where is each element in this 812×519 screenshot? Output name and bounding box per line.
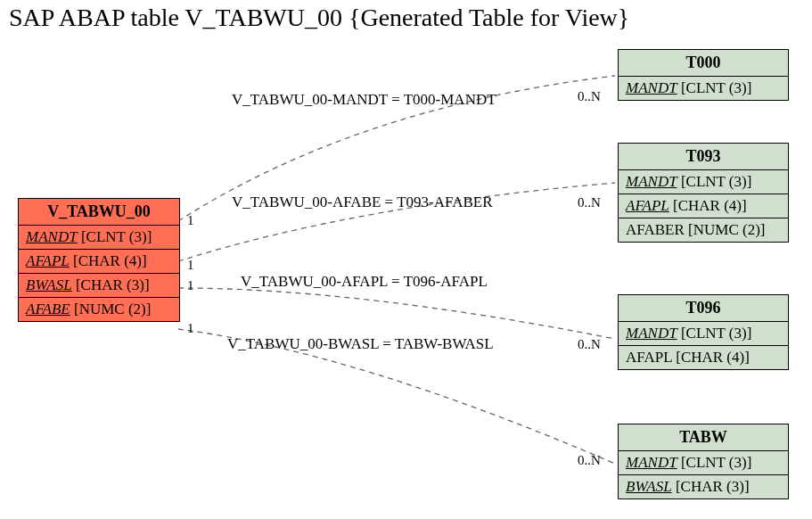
edge-label: V_TABWU_00-AFAPL = T096-AFAPL <box>241 273 488 291</box>
field-row: AFABER [NUMC (2)] <box>619 218 788 242</box>
cardinality-right: 0..N <box>578 195 601 210</box>
cardinality-left: 1 <box>187 258 194 273</box>
field-row: BWASL [CHAR (3)] <box>619 475 788 498</box>
cardinality-right: 0..N <box>578 453 601 468</box>
entity-header: T096 <box>619 295 788 322</box>
field-row: AFAPL [CHAR (4)] <box>619 194 788 218</box>
entity-header: T000 <box>619 50 788 77</box>
diagram-stage: SAP ABAP table V_TABWU_00 {Generated Tab… <box>0 0 812 519</box>
field-row: MANDT [CLNT (3)] <box>619 451 788 475</box>
field-row: AFAPL [CHAR (4)] <box>19 250 179 274</box>
cardinality-right: 0..N <box>578 337 601 352</box>
entity-tabw: TABW MANDT [CLNT (3)] BWASL [CHAR (3)] <box>618 424 789 499</box>
field-row: MANDT [CLNT (3)] <box>619 322 788 346</box>
edge-label: V_TABWU_00-MANDT = T000-MANDT <box>232 91 496 109</box>
field-row: AFABE [NUMC (2)] <box>19 298 179 321</box>
field-row: MANDT [CLNT (3)] <box>19 226 179 250</box>
entity-v-tabwu-00: V_TABWU_00 MANDT [CLNT (3)] AFAPL [CHAR … <box>18 198 180 322</box>
cardinality-right: 0..N <box>578 89 601 104</box>
field-row: BWASL [CHAR (3)] <box>19 274 179 298</box>
entity-t096: T096 MANDT [CLNT (3)] AFAPL [CHAR (4)] <box>618 294 789 370</box>
entity-header: V_TABWU_00 <box>19 199 179 226</box>
entity-header: T093 <box>619 144 788 170</box>
diagram-title: SAP ABAP table V_TABWU_00 {Generated Tab… <box>9 4 629 32</box>
entity-t000: T000 MANDT [CLNT (3)] <box>618 49 789 101</box>
entity-t093: T093 MANDT [CLNT (3)] AFAPL [CHAR (4)] A… <box>618 143 789 243</box>
field-row: MANDT [CLNT (3)] <box>619 170 788 194</box>
field-row: AFAPL [CHAR (4)] <box>619 346 788 369</box>
field-row: MANDT [CLNT (3)] <box>619 77 788 100</box>
entity-header: TABW <box>619 424 788 451</box>
cardinality-left: 1 <box>187 321 194 336</box>
cardinality-left: 1 <box>187 213 194 228</box>
edge-label: V_TABWU_00-BWASL = TABW-BWASL <box>227 335 494 353</box>
cardinality-left: 1 <box>187 278 194 293</box>
edge-label: V_TABWU_00-AFABE = T093-AFABER <box>232 194 493 211</box>
